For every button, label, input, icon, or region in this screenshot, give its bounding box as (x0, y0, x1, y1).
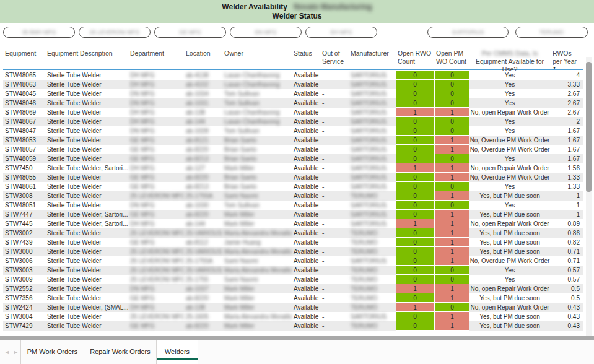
manufacturer-filter-button-0[interactable]: SARTORIUS (427, 27, 509, 38)
cell-location-redacted: ab-1037 (184, 284, 222, 293)
table-row[interactable]: STW48069Sterile Tube WelderDH MFGab-138L… (3, 108, 583, 117)
department-filter-button-2[interactable]: GE MFG (154, 27, 226, 38)
table-row[interactable]: STW48055Sterile Tube WelderGE MFGab-8220… (3, 173, 583, 182)
table-row[interactable]: STW7429Sterile Tube WelderGE MFGab-8220M… (3, 321, 583, 331)
cell-manufacturer-redacted: SARTORIUS (349, 80, 396, 89)
table-row[interactable]: STW48051Sterile Tube WelderDN MFGab-1030… (3, 201, 583, 210)
cell-open-pm-wo-count: 0 (434, 80, 469, 89)
cell-out-of-service: - (320, 71, 349, 80)
cell-department-redacted: 25 LEVERONI MFG (128, 191, 184, 201)
cell-description: Sterile Tube Welder (45, 191, 128, 201)
table-row[interactable]: STW48067Sterile Tube WelderDH MFGab-144L… (3, 117, 583, 126)
column-header-c6[interactable]: Status (292, 46, 320, 69)
cell-equipment: STW7429 (3, 321, 45, 331)
cell-out-of-service: - (320, 136, 349, 145)
cell-status: Available (292, 98, 320, 108)
cell-status: Available (292, 219, 320, 228)
table-row[interactable]: STW3008Sterile Tube Welder25 LEVERONI MF… (3, 191, 583, 201)
cell-location-redacted: ab-1030 (184, 201, 222, 210)
cell-owner-redacted: Sami Naomi (222, 275, 292, 284)
column-header-c7[interactable]: Out of Service (320, 46, 349, 69)
column-header-c3[interactable]: Department (128, 46, 184, 69)
cell-equipment: STW3008 (3, 191, 45, 201)
table-row[interactable]: STW3000Sterile Tube Welder25 LEVERONI MF… (3, 247, 583, 256)
cell-open-rwo-count: 0 (396, 201, 434, 210)
cell-out-of-service: - (320, 321, 349, 331)
cell-location-redacted: ab-4138 (184, 71, 222, 80)
column-header-c9[interactable]: Open RWO Count (396, 46, 434, 69)
table-row[interactable]: STW7447Sterile Tube Welder, Sartori...GE… (3, 210, 583, 219)
column-header-redacted-line: Per CMMS Data, Is (469, 50, 551, 58)
column-header-c1[interactable]: Equipment (3, 46, 45, 69)
cell-open-rwo-count: 0 (396, 80, 434, 89)
cell-rwos-per-year: 1 (551, 191, 583, 201)
table-row[interactable]: STW48046Sterile Tube WelderDN MFGab-1031… (3, 98, 583, 108)
table-row[interactable]: STW2552Sterile Tube WelderDN MFGab-1037M… (3, 284, 583, 293)
cell-department-redacted: DH MFG (128, 117, 184, 126)
cell-equipment-available: Yes, but PM due soon (469, 210, 551, 219)
table-row[interactable]: STW3003Sterile Tube Welder25 LEVERONI MF… (3, 266, 583, 275)
manufacturer-filter-button-1[interactable]: TERUMO (515, 27, 588, 38)
table-row[interactable]: STW7356Sterile Tube WelderGE MFGab-8220M… (3, 293, 583, 303)
tab-nav-arrows: ◄ ► (4, 340, 19, 364)
table-row[interactable]: STW3004Sterile Tube Welder25 LEVERONI MF… (3, 312, 583, 321)
manufacturer-slicer-group: SARTORIUSTERUMO (427, 27, 588, 38)
column-header-c10[interactable]: Open PM WO Count (434, 46, 469, 69)
cell-rwos-per-year: 1 (551, 210, 583, 219)
cell-department-redacted: 25 LEVERONI MFG (128, 275, 184, 284)
tab-nav-next-icon[interactable]: ► (13, 349, 19, 355)
tab-nav-prev-icon[interactable]: ◄ (4, 349, 10, 355)
column-header-c5[interactable]: Owner (222, 46, 292, 69)
table-row[interactable]: STW48065Sterile Tube WelderDH MFGab-4138… (3, 71, 583, 80)
table-header-row: EquipmentEquipment DescriptionDepartment… (3, 46, 583, 70)
cell-manufacturer-redacted: TERUMO (349, 247, 396, 256)
table-row[interactable]: STW48061Sterile Tube WelderGE MFGab-8213… (3, 182, 583, 191)
cell-owner-redacted: Brian Saeto (222, 136, 292, 145)
cell-equipment: STW48059 (3, 154, 45, 163)
column-header-c12[interactable]: RWOs per Year▼ (551, 46, 583, 69)
cell-equipment: STW3006 (3, 256, 45, 266)
active-tab-underline (157, 358, 198, 360)
cell-location-redacted: ab-8213 (184, 182, 222, 191)
cell-open-pm-wo-count: 1 (434, 284, 469, 293)
table-row[interactable]: STW7439Sterile Tube WelderGE MFGab-8112J… (3, 238, 583, 247)
table-row[interactable]: STW7445Sterile Tube Welder, Sartori...DH… (3, 219, 583, 228)
tab-repair-work-orders[interactable]: Repair Work Orders (84, 340, 156, 364)
department-filter-button-0[interactable]: 35 BMH MFG (3, 27, 75, 38)
cell-equipment: STW48047 (3, 126, 45, 136)
table-row[interactable]: STW48059Sterile Tube WelderGE MFGab-8213… (3, 154, 583, 163)
tab-pm-work-orders[interactable]: PM Work Orders (20, 340, 84, 364)
table-row[interactable]: STW48053Sterile Tube WelderGE MFGab-8121… (3, 136, 583, 145)
table-row[interactable]: STW48063Sterile Tube WelderDH MFGab-4102… (3, 80, 583, 89)
table-row[interactable]: STW3002Sterile Tube Welder25 LEVERONI MF… (3, 228, 583, 238)
department-filter-button-3[interactable]: DN MFG (230, 27, 302, 38)
column-header-c4[interactable]: Location (184, 46, 222, 69)
cell-out-of-service: - (320, 247, 349, 256)
table-row[interactable]: STW3009Sterile Tube Welder25 LEVERONI MF… (3, 275, 583, 284)
cell-manufacturer-redacted: SARTORIUS (349, 210, 396, 219)
cell-description: Sterile Tube Welder (45, 173, 128, 182)
table-row[interactable]: STW2424Sterile Tube Welder, (SMAL...DH M… (3, 303, 583, 312)
table-row[interactable]: STW48045Sterile Tube WelderDN MFGab-1034… (3, 89, 583, 98)
cell-status: Available (292, 275, 320, 284)
column-header-c8[interactable]: Manufacturer (349, 46, 396, 69)
cell-rwos-per-year: 2.67 (551, 108, 583, 117)
table-row[interactable]: STW3006Sterile Tube Welder25 LEVERONI MF… (3, 256, 583, 266)
cell-open-pm-wo-count: 1 (434, 136, 469, 145)
column-header-c11[interactable]: Per CMMS Data, IsEquipment Available for… (469, 46, 551, 69)
tab-welders[interactable]: Welders (156, 340, 198, 364)
cell-manufacturer-redacted: TERUMO (349, 321, 396, 331)
cell-location-redacted: ab-4102 (184, 80, 222, 89)
cell-rwos-per-year: 1.67 (551, 126, 583, 136)
table-row[interactable]: STW48047Sterile Tube WelderDN MFGab-1028… (3, 126, 583, 136)
cell-owner-redacted: Mark Miller (222, 210, 292, 219)
cell-out-of-service: - (320, 163, 349, 173)
department-filter-button-4[interactable]: DH MFG (305, 27, 377, 38)
column-header-c2[interactable]: Equipment Description (45, 46, 128, 69)
vertical-scrollbar-thumb[interactable] (586, 62, 592, 192)
cell-department-redacted: GE MFG (128, 321, 184, 331)
department-filter-button-1[interactable]: 25 LEVERONI MFG (79, 27, 151, 38)
table-row[interactable]: STW7450Sterile Tube Welder, Sartori...DH… (3, 163, 583, 173)
table-row[interactable]: STW48057Sterile Tube WelderGE MFGab-8220… (3, 145, 583, 154)
cell-equipment: STW3004 (3, 312, 45, 321)
